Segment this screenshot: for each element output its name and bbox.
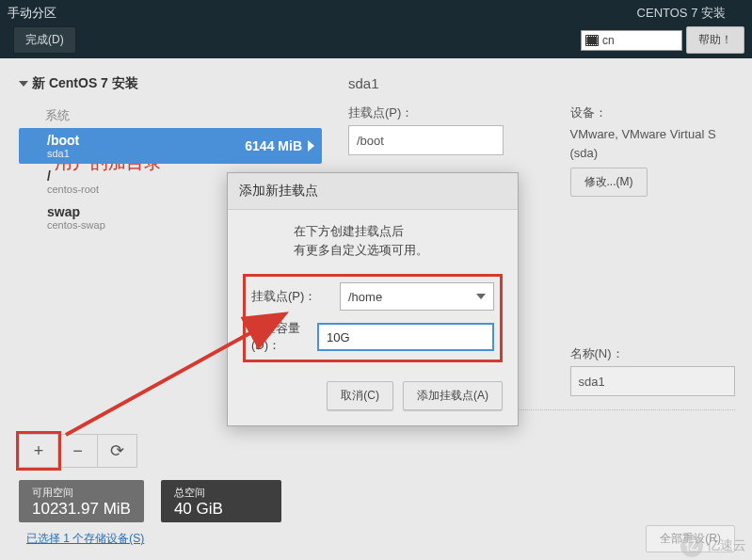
dialog-size-input[interactable] — [317, 323, 494, 351]
remove-partition-button[interactable]: − — [58, 434, 98, 468]
watermark-text: 亿速云 — [707, 537, 746, 554]
done-button[interactable]: 完成(D) — [13, 26, 76, 54]
reload-partition-button[interactable]: ⟳ — [98, 434, 137, 468]
total-space-box: 总空间 40 GiB — [161, 480, 281, 522]
storage-devices-link[interactable]: 已选择 1 个存储设备(S) — [26, 531, 144, 547]
available-space-box: 可用空间 10231.97 MiB — [19, 480, 144, 522]
installer-title: CENTOS 7 安装 — [637, 5, 726, 22]
help-button[interactable]: 帮助！ — [686, 26, 744, 54]
chevron-down-icon — [476, 294, 486, 299]
mountpoint-input[interactable] — [348, 125, 504, 155]
name-input — [570, 366, 735, 396]
mountpoint-label: 挂载点(P)： — [348, 104, 514, 121]
dialog-mount-label: 挂载点(P)： — [251, 288, 332, 305]
partition-action-buttons: + − ⟳ — [19, 434, 137, 468]
dialog-mount-dropdown[interactable]: /home — [340, 282, 494, 311]
chevron-right-icon — [308, 140, 314, 152]
dialog-description: 在下方创建挂载点后 有更多自定义选项可用。 — [228, 210, 518, 274]
watermark-icon: 亿 — [680, 535, 703, 557]
dialog-size-label: 期望容量(D)： — [251, 320, 310, 354]
page-title: 手动分区 — [8, 5, 56, 22]
partition-detail-title: sda1 — [348, 75, 735, 91]
add-partition-button[interactable]: + — [19, 434, 58, 468]
dialog-title: 添加新挂载点 — [228, 173, 518, 210]
system-category-label: 系统 — [45, 107, 322, 124]
device-label: 设备： — [570, 104, 736, 121]
chevron-down-icon — [19, 81, 28, 87]
device-info: VMware, VMware Virtual S (sda) — [570, 125, 736, 162]
dialog-mount-value: /home — [348, 290, 382, 304]
add-mountpoint-dialog: 添加新挂载点 在下方创建挂载点后 有更多自定义选项可用。 挂载点(P)： /ho… — [227, 172, 519, 426]
keyboard-layout-value: cn — [602, 34, 615, 47]
dialog-cancel-button[interactable]: 取消(C) — [327, 381, 393, 410]
dialog-add-button[interactable]: 添加挂载点(A) — [403, 381, 503, 410]
install-tree-header[interactable]: 新 CentOS 7 安装 — [19, 75, 322, 92]
install-tree-title: 新 CentOS 7 安装 — [32, 75, 138, 92]
keyboard-layout-selector[interactable]: cn — [581, 30, 682, 51]
capacity-summary: 可用空间 10231.97 MiB 总空间 40 GiB — [19, 480, 281, 522]
modify-device-button[interactable]: 修改...(M) — [570, 168, 648, 197]
watermark: 亿 亿速云 — [680, 535, 746, 557]
top-bar: 手动分区 完成(D) CENTOS 7 安装 cn 帮助！ — [0, 0, 752, 58]
partition-row-boot[interactable]: /boot sda1 6144 MiB — [19, 128, 322, 164]
name-label: 名称(N)： — [570, 345, 736, 362]
keyboard-icon — [585, 35, 599, 46]
